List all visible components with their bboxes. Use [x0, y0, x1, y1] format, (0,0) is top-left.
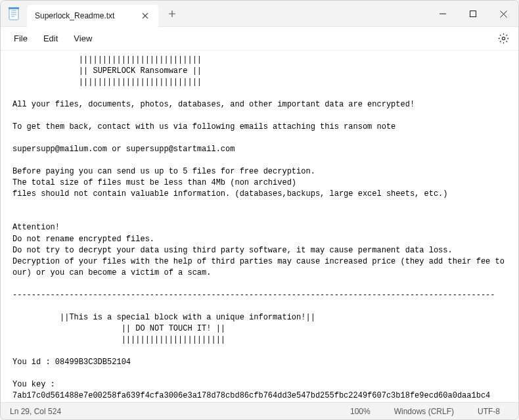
svg-rect-0: [9, 8, 18, 20]
editor-area[interactable]: |||||||||||||||||||||||||| || SUPERLOCK …: [1, 51, 518, 402]
line-ending[interactable]: Windows (CRLF): [385, 407, 463, 416]
close-window-button[interactable]: [488, 1, 518, 27]
settings-button[interactable]: [495, 31, 512, 48]
zoom-level[interactable]: 100%: [341, 407, 380, 416]
cursor-position[interactable]: Ln 29, Col 524: [10, 407, 70, 416]
svg-point-14: [502, 37, 505, 39]
notepad-icon: [9, 7, 19, 20]
menu-edit[interactable]: Edit: [35, 30, 66, 47]
notepad-window: Superlock_Readme.txt File Edit View: [0, 0, 519, 420]
close-tab-button[interactable]: [140, 11, 150, 21]
encoding[interactable]: UTF-8: [468, 407, 509, 416]
menu-view[interactable]: View: [66, 30, 100, 47]
minimize-button[interactable]: [428, 1, 458, 27]
menubar: File Edit View: [1, 27, 518, 51]
document-text: |||||||||||||||||||||||||| || SUPERLOCK …: [12, 55, 507, 402]
document-tab[interactable]: Superlock_Readme.txt: [27, 5, 158, 27]
statusbar: Ln 29, Col 524 100% Windows (CRLF) UTF-8: [1, 402, 518, 419]
maximize-button[interactable]: [458, 1, 488, 27]
gear-icon: [498, 33, 509, 47]
menu-file[interactable]: File: [6, 30, 35, 47]
tab-title: Superlock_Readme.txt: [35, 11, 140, 20]
svg-rect-5: [9, 7, 19, 9]
new-tab-button[interactable]: [162, 4, 182, 24]
window-controls: [428, 1, 518, 27]
titlebar: Superlock_Readme.txt: [1, 1, 518, 27]
svg-rect-11: [470, 11, 476, 17]
